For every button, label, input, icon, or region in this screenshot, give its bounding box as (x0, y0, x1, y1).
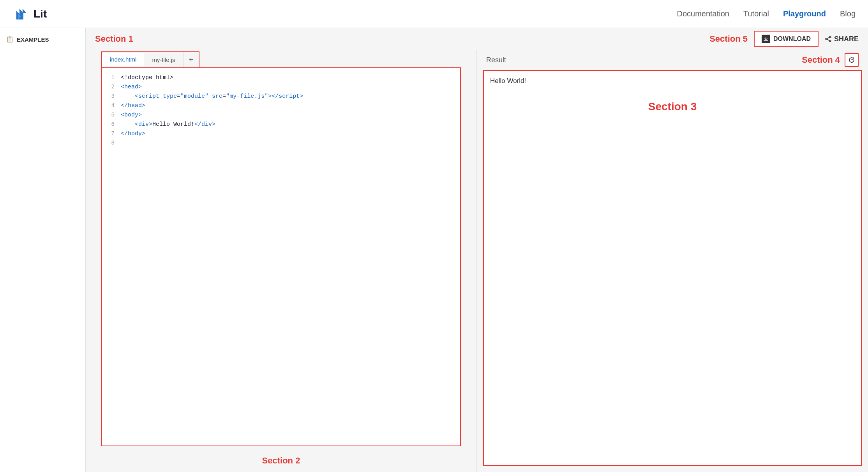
toolbar: Section 1 Section 5 DOWNLOAD (86, 28, 868, 50)
tab-my-file-js[interactable]: my-file.js (144, 53, 183, 66)
examples-book-icon: 📋 (6, 36, 14, 43)
code-line-8: 8 (105, 140, 457, 149)
preview-header: Result Section 4 (483, 50, 862, 70)
toolbar-right: Section 5 DOWNLOAD (709, 31, 859, 47)
code-line-1: 1 <!doctype html> (105, 74, 457, 84)
preview-side: Result Section 4 Hello World! Section (477, 50, 868, 472)
sidebar: 📋 EXAMPLES (0, 28, 86, 472)
tab-index-html[interactable]: index.html (102, 53, 144, 67)
download-arrow-icon (763, 36, 769, 42)
code-line-3: 3 <script type="module" src="my-file.js"… (105, 93, 457, 102)
code-line-4: 4 </head> (105, 102, 457, 112)
section5-label: Section 5 (709, 34, 748, 44)
share-label: SHARE (834, 35, 859, 43)
svg-marker-0 (16, 9, 26, 19)
nav-playground[interactable]: Playground (783, 9, 826, 18)
add-tab-button[interactable]: + (183, 52, 199, 67)
hello-world-text: Hello World! (490, 77, 855, 85)
editor-preview-area: index.html my-file.js + 1 <!doctype html… (86, 50, 868, 472)
content-area: Section 1 Section 5 DOWNLOAD (86, 28, 868, 472)
code-line-6: 6 <div>Hello World!</div> (105, 121, 457, 130)
code-line-5: 5 <body> (105, 112, 457, 121)
tabs-bar: index.html my-file.js + (101, 51, 199, 67)
section4-label: Section 4 (802, 55, 840, 65)
svg-line-6 (827, 39, 829, 41)
editor-side: index.html my-file.js + 1 <!doctype html… (86, 50, 477, 472)
svg-point-4 (829, 40, 831, 42)
svg-point-2 (829, 36, 831, 38)
sidebar-title: 📋 EXAMPLES (6, 36, 79, 43)
nav-tutorial[interactable]: Tutorial (743, 9, 769, 18)
preview-header-right: Section 4 (802, 53, 859, 67)
code-line-2: 2 <head> (105, 84, 457, 93)
download-icon (762, 35, 770, 43)
logo-text: Lit (34, 8, 47, 20)
nav-blog[interactable]: Blog (840, 9, 856, 18)
section3-label: Section 3 (490, 100, 855, 113)
refresh-button[interactable] (845, 53, 859, 67)
main-layout: 📋 EXAMPLES Section 1 Section 5 DOWNLOAD (0, 28, 868, 472)
nav-links: Documentation Tutorial Playground Blog (677, 9, 856, 18)
refresh-icon (848, 56, 855, 63)
share-icon (825, 35, 832, 42)
download-button[interactable]: DOWNLOAD (754, 31, 819, 47)
preview-frame: Hello World! Section 3 (483, 70, 862, 466)
section1-label: Section 1 (95, 34, 133, 44)
section2-label: Section 2 (86, 453, 476, 472)
result-label: Result (486, 56, 506, 64)
code-line-7: 7 </body> (105, 130, 457, 140)
download-label: DOWNLOAD (773, 35, 811, 42)
logo-area: Lit (12, 5, 47, 23)
svg-line-5 (827, 37, 829, 39)
nav-documentation[interactable]: Documentation (677, 9, 729, 18)
top-nav: Lit Documentation Tutorial Playground Bl… (0, 0, 868, 28)
code-editor[interactable]: 1 <!doctype html> 2 <head> 3 <script typ… (101, 67, 461, 446)
lit-logo-icon (12, 5, 30, 23)
share-button[interactable]: SHARE (825, 35, 859, 43)
svg-point-3 (826, 38, 827, 40)
